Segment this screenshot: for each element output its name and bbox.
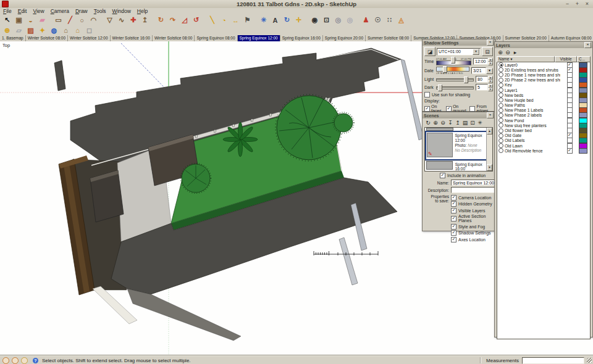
scene-tab[interactable]: Summer Solstice 08:00 — [366, 35, 411, 41]
layer-visible-checkbox[interactable]: ✓ — [567, 148, 573, 154]
status-icon-1[interactable] — [2, 357, 9, 364]
zoom-next-icon[interactable]: ◎ — [344, 15, 356, 25]
scene-tab[interactable]: Spring Equinox 16:00 — [280, 35, 323, 41]
scene-tab[interactable]: Spring Equinox 20:00 — [323, 35, 366, 41]
date-slider[interactable]: J F M A M J J A S O N D — [436, 67, 469, 75]
layer-radio[interactable] — [498, 133, 503, 138]
shadow-panel-titlebar[interactable]: Shadow Settings × — [423, 39, 495, 46]
layers-header-name[interactable]: Name ▾ — [497, 56, 555, 62]
dark-value[interactable]: 5 — [476, 84, 488, 91]
layer-radio[interactable] — [498, 113, 503, 118]
palm-plant[interactable] — [223, 122, 258, 157]
layers-header-color[interactable]: C... — [577, 56, 591, 62]
on-faces-checkbox[interactable]: ✓ — [424, 106, 430, 112]
look-around-icon[interactable]: ☉ — [372, 15, 384, 25]
offset-icon[interactable]: ↺ — [190, 15, 202, 25]
walk-icon[interactable]: ∷ — [384, 15, 395, 25]
pan-icon[interactable]: ✛ — [293, 15, 305, 25]
resize-grip[interactable] — [587, 358, 592, 363]
layer-radio[interactable] — [498, 103, 503, 108]
paint-bucket-icon[interactable]: ◒ — [25, 15, 36, 25]
layer-radio[interactable] — [498, 118, 503, 123]
dark-slider[interactable] — [436, 85, 474, 90]
scene-item-selected[interactable]: ✎ Spring Equinox 12:00 Photo: None No De… — [425, 131, 492, 160]
show-details-icon[interactable]: ⊡ — [469, 120, 476, 126]
scene-tab[interactable]: Autumn Equinox 08:00 — [549, 35, 593, 41]
date-value[interactable]: 3/21 — [471, 67, 486, 74]
layer-radio[interactable] — [498, 93, 503, 97]
remove-scene-icon[interactable]: ⊖ — [439, 120, 447, 126]
layer-radio[interactable] — [498, 128, 503, 133]
right-blade-top[interactable] — [401, 59, 424, 140]
status-icon-3[interactable] — [21, 357, 28, 364]
arc-icon[interactable]: ◠ — [88, 15, 99, 25]
menu-window[interactable]: Window — [109, 8, 134, 15]
layer-radio[interactable] — [498, 78, 503, 83]
time-value[interactable]: 12:00 — [473, 58, 488, 65]
add-layer-icon[interactable]: ⊕ — [497, 49, 504, 56]
from-edges-checkbox[interactable] — [469, 106, 475, 112]
scene-menu-icon[interactable]: ✳ — [476, 120, 484, 126]
get-models-icon[interactable]: ⌂ — [60, 25, 72, 36]
title-bar[interactable]: 120801 31 Talbot Gdns - 2D.skp - SketchU… — [0, 0, 593, 9]
share-models-icon[interactable]: ⌂ — [72, 25, 83, 36]
dimension-icon[interactable]: ↔ — [230, 15, 242, 25]
layer-details-icon[interactable]: ▸ — [511, 49, 519, 56]
bottom-gray-tail[interactable] — [127, 289, 241, 341]
freehand-icon[interactable]: ∿ — [116, 15, 127, 25]
layer-row[interactable]: Old Removble fence✓ — [497, 148, 590, 153]
menu-draw[interactable]: Draw — [72, 8, 91, 15]
protractor-icon[interactable]: ◔ — [218, 15, 230, 25]
hidden-geometry-checkbox[interactable]: ✓ — [451, 201, 456, 207]
time-slider[interactable]: 07:00 AMNoon07:00 PM — [436, 57, 471, 65]
timezone-dropdown-icon[interactable]: ▼ — [473, 49, 479, 55]
scene-list[interactable]: ✎ Spring Equinox 12:00 Photo: None No De… — [424, 127, 493, 172]
tape-measure-icon[interactable]: ╲ — [206, 15, 218, 25]
push-pull-icon[interactable]: ↥ — [139, 15, 151, 25]
layers-panel-titlebar[interactable]: Layers × — [495, 42, 592, 48]
layer-radio[interactable] — [498, 138, 503, 143]
active-section-planes-checkbox[interactable]: ✓ — [451, 216, 456, 221]
date-dropdown-icon[interactable]: ▼ — [486, 68, 493, 74]
line-icon[interactable]: ╱ — [64, 15, 76, 25]
help-icon[interactable]: ? — [33, 358, 38, 363]
move-icon[interactable]: ✚ — [127, 15, 139, 25]
layer-radio[interactable] — [498, 148, 503, 153]
time-spinner[interactable]: ▲▼ — [488, 58, 493, 65]
position-camera-icon[interactable]: ♟ — [360, 15, 372, 25]
layer-radio[interactable] — [498, 97, 503, 102]
scenes-panel-titlebar[interactable]: Scenes × — [423, 112, 495, 118]
include-animation-checkbox[interactable]: ✓ — [440, 173, 445, 178]
add-scene-icon[interactable]: ⊕ — [432, 120, 439, 126]
scene-tab[interactable]: 1. Basemap — [0, 35, 26, 41]
layer-color-swatch[interactable] — [579, 148, 587, 154]
move-scene-up-icon[interactable]: ↥ — [454, 120, 461, 126]
select-icon[interactable]: ↖ — [1, 15, 13, 25]
layers-panel-close-icon[interactable]: × — [584, 42, 591, 48]
layer-radio[interactable] — [498, 123, 503, 128]
on-ground-checkbox[interactable]: ✓ — [446, 106, 452, 112]
layer-radio[interactable] — [498, 143, 503, 148]
scene-tab[interactable]: Spring Equinox 08:00 — [195, 35, 237, 41]
follow-me-icon[interactable]: ↷ — [167, 15, 179, 25]
scene-tab[interactable]: Winter Solstice 16:00 — [111, 35, 153, 41]
building-spike[interactable] — [54, 60, 65, 91]
menu-help[interactable]: Help — [134, 8, 151, 15]
axes-location-checkbox[interactable]: ✓ — [451, 237, 456, 242]
scene-tab[interactable]: Spring Equinox 12:00 — [238, 35, 280, 41]
scene-tab[interactable]: Winter Solstice 08:00 — [153, 35, 195, 41]
style-and-fog-checkbox[interactable]: ✓ — [451, 224, 456, 230]
layer-radio[interactable] — [498, 67, 503, 72]
scenes-panel-close-icon[interactable]: × — [487, 112, 494, 118]
shadow-display-icon[interactable]: ⊟ — [482, 47, 493, 56]
eraser-icon[interactable]: ▰ — [36, 15, 48, 25]
layers-header-visible[interactable]: Visible — [555, 56, 577, 62]
shadow-panel-close-icon[interactable]: × — [487, 39, 494, 46]
section-plane-icon[interactable]: ◬ — [395, 15, 407, 25]
light-spinner[interactable]: ▲▼ — [488, 76, 493, 83]
right-blade-bottom[interactable] — [339, 238, 358, 285]
measurements-input[interactable] — [522, 357, 584, 364]
layer-radio[interactable] — [498, 88, 503, 93]
view-options-icon[interactable]: ▤ — [461, 120, 469, 126]
scene-tab[interactable]: Winter Solstice 12:00 — [68, 35, 110, 41]
